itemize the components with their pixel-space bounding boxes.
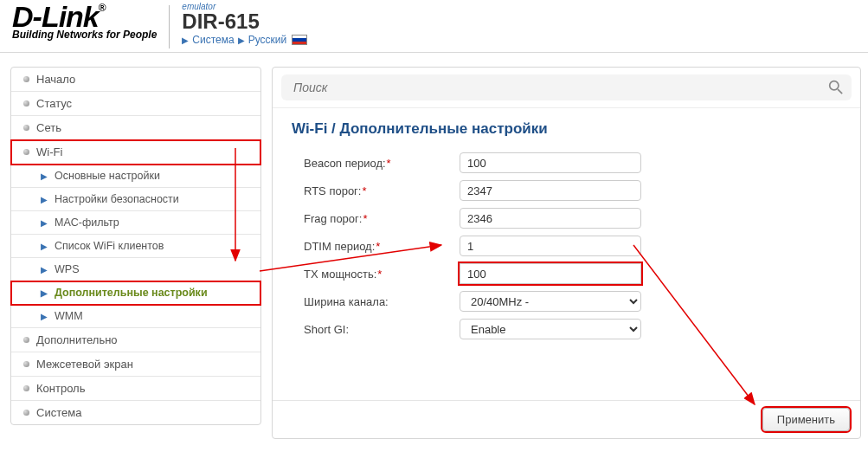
- row-width: Ширина канала: 20/40MHz -: [304, 290, 843, 313]
- sidebar-item-status[interactable]: Статус: [11, 92, 260, 116]
- sidebar-subitem-macfilter[interactable]: ▶ MAC-фильтр: [11, 211, 260, 235]
- sidebar-item-label: Система: [36, 406, 81, 419]
- bullet-icon: [23, 149, 29, 155]
- sidebar-item-label: Статус: [36, 97, 72, 110]
- sidebar-item-label: Дополнительно: [36, 333, 118, 346]
- search-input[interactable]: [293, 81, 820, 94]
- sidebar-item-firewall[interactable]: Межсетевой экран: [11, 352, 260, 377]
- content: Начало Статус Сеть Wi-Fi ▶ Основные наст…: [0, 53, 868, 448]
- search-box[interactable]: [281, 74, 852, 100]
- sidebar-item-label: Wi-Fi: [36, 145, 62, 158]
- sidebar-subitem-wmm[interactable]: ▶ WMM: [11, 305, 260, 328]
- bullet-icon: [23, 100, 29, 107]
- row-frag: Frag порог:: [304, 207, 843, 229]
- input-dtim[interactable]: [460, 236, 641, 256]
- row-beacon: Beacon период:: [304, 152, 843, 174]
- form-footer: Применить: [273, 400, 860, 438]
- sidebar-item-wifi[interactable]: Wi-Fi: [11, 140, 260, 165]
- chevron-right-icon: ▶: [238, 36, 245, 45]
- row-shortgi: Short GI: Enable: [304, 318, 843, 340]
- sidebar-subitem-clients[interactable]: ▶ Список WiFi клиентов: [11, 235, 260, 258]
- bullet-icon: [23, 410, 29, 416]
- label-shortgi: Short GI:: [304, 323, 460, 336]
- sidebar-item-label: Список WiFi клиентов: [55, 240, 164, 252]
- sidebar-subitem-wps[interactable]: ▶ WPS: [11, 258, 260, 281]
- row-dtim: DTIM период:: [304, 235, 843, 257]
- svg-line-1: [838, 89, 842, 94]
- chevron-right-icon: ▶: [182, 36, 189, 45]
- select-width[interactable]: 20/40MHz -: [460, 291, 641, 312]
- label-beacon: Beacon период:: [304, 157, 460, 170]
- chevron-right-icon: ▶: [41, 288, 48, 298]
- header: D-Link® Building Networks for People emu…: [0, 0, 868, 53]
- svg-point-0: [830, 81, 839, 90]
- sidebar-item-label: WPS: [55, 263, 79, 275]
- label-frag: Frag порог:: [304, 212, 460, 225]
- sidebar-subitem-advanced[interactable]: ▶ Дополнительные настройки: [11, 281, 260, 305]
- page-title: Wi-Fi / Дополнительные настройки: [273, 108, 860, 152]
- search-icon: [828, 80, 843, 94]
- row-rts: RTS порог:: [304, 179, 843, 202]
- bullet-icon: [23, 337, 29, 343]
- label-txpower: TX мощность:: [304, 268, 460, 281]
- bullet-icon: [23, 385, 29, 391]
- input-frag[interactable]: [460, 208, 641, 229]
- sidebar-item-system[interactable]: Система: [11, 401, 260, 424]
- sidebar-item-label: Настройки безопасности: [55, 193, 179, 205]
- sidebar-item-label: MAC-фильтр: [55, 216, 119, 229]
- row-txpower: TX мощность:: [304, 262, 843, 285]
- label-dtim: DTIM период:: [304, 240, 460, 253]
- input-txpower[interactable]: [460, 263, 641, 284]
- sidebar: Начало Статус Сеть Wi-Fi ▶ Основные наст…: [10, 67, 261, 425]
- sidebar-item-label: Межсетевой экран: [36, 358, 133, 371]
- settings-form: Beacon период: RTS порог: Frag порог: DT…: [273, 152, 860, 354]
- breadcrumb-system[interactable]: Система: [192, 34, 234, 46]
- sidebar-item-label: Дополнительные настройки: [55, 287, 208, 299]
- sidebar-item-label: Сеть: [36, 121, 61, 134]
- sidebar-item-home[interactable]: Начало: [11, 68, 260, 92]
- chevron-right-icon: ▶: [41, 265, 48, 274]
- sidebar-item-label: WMM: [55, 310, 83, 322]
- sidebar-subitem-security[interactable]: ▶ Настройки безопасности: [11, 188, 260, 211]
- model-name: DIR-615: [182, 11, 307, 32]
- logo: D-Link® Building Networks for People: [12, 2, 157, 41]
- search-wrap: [273, 68, 860, 108]
- bullet-icon: [23, 76, 29, 82]
- flag-russia-icon: [292, 35, 307, 45]
- select-shortgi[interactable]: Enable: [460, 319, 641, 339]
- logo-wordmark: D-Link®: [12, 3, 157, 30]
- divider: [169, 5, 170, 48]
- sidebar-item-label: Контроль: [36, 382, 85, 395]
- sidebar-subitem-basic[interactable]: ▶ Основные настройки: [11, 165, 260, 188]
- chevron-right-icon: ▶: [41, 312, 48, 321]
- input-beacon[interactable]: [460, 152, 641, 173]
- main-panel: Wi-Fi / Дополнительные настройки Beacon …: [272, 67, 861, 439]
- sidebar-item-additional[interactable]: Дополнительно: [11, 328, 260, 352]
- bullet-icon: [23, 125, 29, 131]
- chevron-right-icon: ▶: [41, 218, 48, 228]
- breadcrumb: ▶ Система ▶ Русский: [182, 34, 307, 46]
- bullet-icon: [23, 361, 29, 367]
- label-rts: RTS порог:: [304, 184, 460, 197]
- breadcrumb-language[interactable]: Русский: [248, 34, 287, 46]
- apply-button[interactable]: Применить: [762, 408, 850, 431]
- chevron-right-icon: ▶: [41, 242, 48, 251]
- label-width: Ширина канала:: [304, 295, 460, 308]
- model-block: emulator DIR-615 ▶ Система ▶ Русский: [182, 2, 307, 46]
- sidebar-item-label: Основные настройки: [55, 170, 160, 182]
- sidebar-item-control[interactable]: Контроль: [11, 377, 260, 401]
- chevron-right-icon: ▶: [41, 171, 48, 181]
- sidebar-item-network[interactable]: Сеть: [11, 116, 260, 140]
- sidebar-item-label: Начало: [36, 73, 75, 86]
- chevron-right-icon: ▶: [41, 195, 48, 204]
- input-rts[interactable]: [460, 180, 641, 201]
